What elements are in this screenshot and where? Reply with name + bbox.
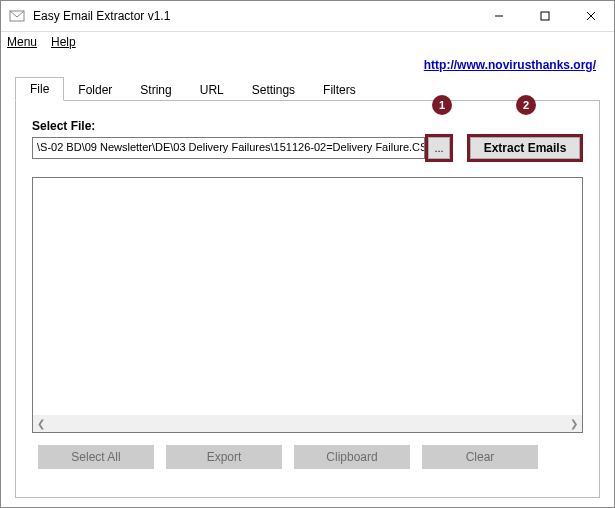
svg-rect-2 [541, 12, 549, 20]
extract-emails-button[interactable]: Extract Emails [470, 137, 580, 159]
website-link[interactable]: http://www.novirusthanks.org/ [424, 58, 596, 72]
menu-help[interactable]: Help [51, 35, 76, 49]
title-bar: Easy Email Extractor v1.1 [1, 1, 614, 32]
menu-menu[interactable]: Menu [7, 35, 37, 49]
scroll-right-icon[interactable]: ❯ [570, 418, 578, 429]
tab-panel-file: 1 2 Select File: \S-02 BD\09 Newsletter\… [15, 100, 600, 498]
tab-url[interactable]: URL [186, 79, 238, 101]
minimize-button[interactable] [476, 1, 522, 31]
window-title: Easy Email Extractor v1.1 [33, 9, 476, 23]
annotation-badge-2: 2 [516, 95, 536, 115]
clipboard-button[interactable]: Clipboard [294, 445, 410, 469]
results-listbox[interactable]: ❮ ❯ [32, 177, 583, 433]
annotation-highlight-2: Extract Emails [467, 134, 583, 162]
window-controls [476, 1, 614, 31]
file-row: \S-02 BD\09 Newsletter\DE\03 Delivery Fa… [32, 137, 583, 163]
annotation-highlight-1: ... [425, 134, 453, 162]
menu-bar: Menu Help [1, 32, 614, 52]
browse-button[interactable]: ... [428, 137, 450, 159]
select-all-button[interactable]: Select All [38, 445, 154, 469]
link-row: http://www.novirusthanks.org/ [1, 52, 614, 76]
close-button[interactable] [568, 1, 614, 31]
scroll-left-icon[interactable]: ❮ [37, 418, 45, 429]
tab-string[interactable]: String [126, 79, 185, 101]
select-file-label: Select File: [32, 119, 583, 133]
maximize-button[interactable] [522, 1, 568, 31]
tab-folder[interactable]: Folder [64, 79, 126, 101]
tab-file[interactable]: File [15, 77, 64, 101]
tab-filters[interactable]: Filters [309, 79, 370, 101]
tab-settings[interactable]: Settings [238, 79, 309, 101]
horizontal-scrollbar[interactable]: ❮ ❯ [33, 415, 582, 432]
app-envelope-icon [9, 8, 25, 24]
export-button[interactable]: Export [166, 445, 282, 469]
file-path-input[interactable]: \S-02 BD\09 Newsletter\DE\03 Delivery Fa… [32, 137, 425, 159]
clear-button[interactable]: Clear [422, 445, 538, 469]
button-row: Select All Export Clipboard Clear [32, 445, 583, 469]
annotation-badge-1: 1 [432, 95, 452, 115]
